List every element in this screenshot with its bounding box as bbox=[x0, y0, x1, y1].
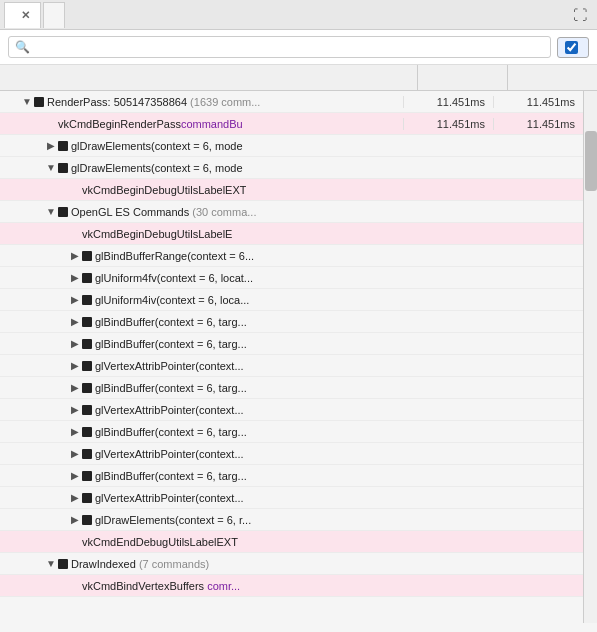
expand-button[interactable]: ▶ bbox=[68, 337, 82, 351]
row-wall-time: 11.451ms bbox=[493, 118, 583, 130]
table-row[interactable]: ▶glBindBuffer(context = 6, targ... bbox=[0, 311, 583, 333]
row-label: glDrawElements(context = 6, r... bbox=[95, 514, 251, 526]
color-swatch bbox=[82, 339, 92, 349]
color-swatch bbox=[34, 97, 44, 107]
expand-button[interactable]: ▼ bbox=[44, 557, 58, 571]
row-label: glUniform4iv(context = 6, loca... bbox=[95, 294, 249, 306]
row-label: glBindBuffer(context = 6, targ... bbox=[95, 426, 247, 438]
table-row[interactable]: ▶glUniform4fv(context = 6, locat... bbox=[0, 267, 583, 289]
color-swatch bbox=[82, 317, 92, 327]
search-wrapper: 🔍 bbox=[8, 36, 551, 58]
table-row[interactable]: ▶glDrawElements(context = 6, mode bbox=[0, 135, 583, 157]
expand-button[interactable]: ▶ bbox=[68, 491, 82, 505]
table-row[interactable]: vkCmdBeginRenderPasscommandBu11.451ms11.… bbox=[0, 113, 583, 135]
expand-button[interactable]: ▼ bbox=[44, 161, 58, 175]
muted-text: (30 comma... bbox=[189, 206, 256, 218]
expand-button[interactable]: ▶ bbox=[68, 359, 82, 373]
expand-button[interactable]: ▼ bbox=[44, 205, 58, 219]
scrollbar[interactable] bbox=[583, 91, 597, 623]
table-row[interactable]: vkCmdBeginDebugUtilsLabelE bbox=[0, 223, 583, 245]
expand-button[interactable]: ▶ bbox=[68, 469, 82, 483]
row-label: glUniform4fv(context = 6, locat... bbox=[95, 272, 253, 284]
color-swatch bbox=[82, 273, 92, 283]
col-wall-header[interactable] bbox=[507, 65, 597, 90]
row-label: glVertexAttribPointer(context... bbox=[95, 404, 244, 416]
muted-text: (7 commands) bbox=[136, 558, 209, 570]
highlight-text: comr... bbox=[204, 580, 240, 592]
table-row[interactable]: ▶glBindBufferRange(context = 6... bbox=[0, 245, 583, 267]
col-gpu-header[interactable] bbox=[417, 65, 507, 90]
regex-button[interactable] bbox=[557, 37, 589, 58]
search-input[interactable] bbox=[34, 40, 544, 54]
expand-button[interactable]: ▶ bbox=[68, 425, 82, 439]
column-headers bbox=[0, 65, 597, 91]
table-row[interactable]: ▼RenderPass: 505147358864 (1639 comm...1… bbox=[0, 91, 583, 113]
color-swatch bbox=[82, 449, 92, 459]
table-row[interactable]: vkCmdBeginDebugUtilsLabelEXT bbox=[0, 179, 583, 201]
row-gpu-time: 11.451ms bbox=[403, 118, 493, 130]
expand-button[interactable]: ▶ bbox=[68, 403, 82, 417]
expand-button[interactable]: ▶ bbox=[68, 271, 82, 285]
table-row[interactable]: ▶glBindBuffer(context = 6, targ... bbox=[0, 421, 583, 443]
table-row[interactable]: vkCmdEndDebugUtilsLabelEXT bbox=[0, 531, 583, 553]
row-label: glBindBuffer(context = 6, targ... bbox=[95, 338, 247, 350]
row-label: glVertexAttribPointer(context... bbox=[95, 360, 244, 372]
table-row[interactable]: ▶glDrawElements(context = 6, r... bbox=[0, 509, 583, 531]
col-name-header bbox=[0, 65, 417, 90]
table-row[interactable]: ▶glBindBuffer(context = 6, targ... bbox=[0, 333, 583, 355]
row-label: glBindBuffer(context = 6, targ... bbox=[95, 470, 247, 482]
row-label: DrawIndexed (7 commands) bbox=[71, 558, 209, 570]
color-swatch bbox=[82, 515, 92, 525]
table-row[interactable]: ▶glVertexAttribPointer(context... bbox=[0, 399, 583, 421]
row-label: OpenGL ES Commands (30 comma... bbox=[71, 206, 256, 218]
expand-button[interactable]: ▼ bbox=[20, 95, 34, 109]
row-label: glDrawElements(context = 6, mode bbox=[71, 140, 243, 152]
row-label: RenderPass: 505147358864 (1639 comm... bbox=[47, 96, 260, 108]
row-label: glVertexAttribPointer(context... bbox=[95, 448, 244, 460]
row-label: glBindBuffer(context = 6, targ... bbox=[95, 316, 247, 328]
expand-button[interactable]: ▶ bbox=[68, 513, 82, 527]
table-row[interactable]: ▼glDrawElements(context = 6, mode bbox=[0, 157, 583, 179]
expand-button[interactable]: ▶ bbox=[68, 381, 82, 395]
table-row[interactable]: ▶glVertexAttribPointer(context... bbox=[0, 443, 583, 465]
regex-checkbox[interactable] bbox=[565, 41, 578, 54]
color-swatch bbox=[58, 163, 68, 173]
table-row[interactable]: ▼OpenGL ES Commands (30 comma... bbox=[0, 201, 583, 223]
row-label: glBindBuffer(context = 6, targ... bbox=[95, 382, 247, 394]
highlight-text: commandBu bbox=[181, 118, 243, 130]
row-gpu-time: 11.451ms bbox=[403, 96, 493, 108]
tab-commands[interactable]: ✕ bbox=[4, 2, 41, 28]
row-wall-time: 11.451ms bbox=[493, 96, 583, 108]
expand-button[interactable]: ▶ bbox=[68, 249, 82, 263]
table-row[interactable]: ▼DrawIndexed (7 commands) bbox=[0, 553, 583, 575]
tab-commands-close[interactable]: ✕ bbox=[21, 9, 30, 22]
row-label: vkCmdBindVertexBuffers comr... bbox=[82, 580, 240, 592]
row-label: glBindBufferRange(context = 6... bbox=[95, 250, 254, 262]
maximize-button[interactable]: ⛶ bbox=[567, 5, 593, 25]
color-swatch bbox=[82, 295, 92, 305]
tree-container: ▼RenderPass: 505147358864 (1639 comm...1… bbox=[0, 91, 597, 623]
table-row[interactable]: vkCmdBindVertexBuffers comr... bbox=[0, 575, 583, 597]
color-swatch bbox=[82, 405, 92, 415]
row-label: glDrawElements(context = 6, mode bbox=[71, 162, 243, 174]
expand-button[interactable]: ▶ bbox=[68, 315, 82, 329]
color-swatch bbox=[82, 361, 92, 371]
search-bar: 🔍 bbox=[0, 30, 597, 65]
table-row[interactable]: ▶glBindBuffer(context = 6, targ... bbox=[0, 377, 583, 399]
color-swatch bbox=[58, 559, 68, 569]
muted-text: (1639 comm... bbox=[187, 96, 260, 108]
row-label: vkCmdBeginDebugUtilsLabelEXT bbox=[82, 184, 246, 196]
row-label: vkCmdBeginRenderPasscommandBu bbox=[58, 118, 243, 130]
table-row[interactable]: ▶glUniform4iv(context = 6, loca... bbox=[0, 289, 583, 311]
scrollbar-thumb[interactable] bbox=[585, 131, 597, 191]
expand-button[interactable]: ▶ bbox=[44, 139, 58, 153]
table-row[interactable]: ▶glBindBuffer(context = 6, targ... bbox=[0, 465, 583, 487]
tab-texture[interactable] bbox=[43, 2, 65, 28]
color-swatch bbox=[82, 471, 92, 481]
table-row[interactable]: ▶glVertexAttribPointer(context... bbox=[0, 355, 583, 377]
color-swatch bbox=[82, 383, 92, 393]
expand-button[interactable]: ▶ bbox=[68, 447, 82, 461]
tree-content: ▼RenderPass: 505147358864 (1639 comm...1… bbox=[0, 91, 583, 623]
table-row[interactable]: ▶glVertexAttribPointer(context... bbox=[0, 487, 583, 509]
expand-button[interactable]: ▶ bbox=[68, 293, 82, 307]
